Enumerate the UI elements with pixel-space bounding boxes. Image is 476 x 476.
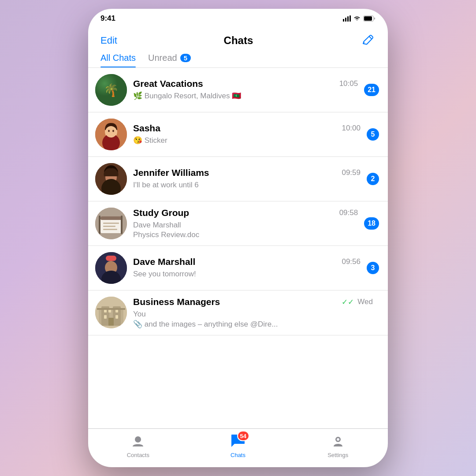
chat-header-dave: Dave Marshall 09:56 [133, 257, 361, 267]
chat-content-great-vacations: Great Vacations 10:05 🌿 Bungalo Resort, … [133, 78, 358, 101]
study-group-portrait [95, 208, 127, 239]
chat-badge-jennifer: 2 [367, 173, 379, 185]
signal-icon [343, 15, 351, 22]
avatar-sasha [95, 119, 127, 150]
avatar-study-group [95, 208, 127, 239]
tab-unread-label: Unread [148, 53, 177, 63]
svg-point-10 [108, 130, 110, 132]
avatar-business [95, 297, 127, 328]
svg-rect-37 [97, 308, 125, 310]
chat-content-study-group: Study Group 09:58 Dave Marshall Physics … [133, 208, 358, 239]
svg-rect-3 [350, 15, 351, 22]
unread-badge-jennifer: 2 [367, 173, 379, 185]
chat-badge-study-group: 18 [364, 217, 379, 230]
settings-icon-svg [331, 434, 345, 448]
chat-badge-dave: 3 [367, 262, 379, 274]
svg-rect-35 [115, 315, 118, 319]
unread-badge-great-vacations: 21 [364, 84, 379, 96]
chat-item-dave[interactable]: Dave Marshall 09:56 See you tomorrow! 3 [88, 246, 388, 290]
nav-bar: Edit Chats All Chats Unread 5 [88, 28, 388, 68]
edit-button[interactable]: Edit [100, 35, 117, 46]
chats-icon: 54 [229, 432, 247, 450]
tab-all-chats[interactable]: All Chats [100, 53, 136, 67]
compose-icon [362, 35, 373, 46]
chat-content-dave: Dave Marshall 09:56 See you tomorrow! [133, 257, 361, 279]
chat-time-area-business: ✓✓ Wed [342, 298, 373, 307]
contacts-icon [129, 432, 147, 450]
svg-rect-22 [121, 216, 123, 234]
chat-name-study-group: Study Group [133, 208, 189, 218]
tab-unread[interactable]: Unread 5 [148, 53, 191, 67]
avatar-study-inner [95, 208, 127, 239]
bottom-nav: Contacts 54 Chats Settings [88, 428, 388, 467]
wifi-icon [353, 16, 361, 21]
chat-preview-sasha: 😘 Sticker [133, 135, 361, 146]
avatar-jennifer [95, 163, 127, 195]
jennifer-portrait [95, 163, 127, 195]
chat-header-jennifer: Jennifer Williams 09:59 [133, 167, 361, 178]
chat-preview1-business: You [133, 309, 373, 320]
chat-content-sasha: Sasha 10:00 😘 Sticker [133, 123, 361, 146]
chat-header-business: Business Managers ✓✓ Wed [133, 297, 373, 307]
chat-header-great-vacations: Great Vacations 10:05 [133, 78, 358, 89]
chat-preview-jennifer: I'll be at work until 6 [133, 180, 361, 190]
svg-rect-2 [347, 16, 349, 22]
contacts-label: Contacts [127, 452, 149, 458]
double-check-icon: ✓✓ [342, 298, 354, 307]
svg-rect-36 [108, 318, 114, 326]
chat-badge-great-vacations: 21 [364, 84, 379, 96]
chat-badge-sasha: 5 [367, 128, 379, 141]
chat-name-jennifer: Jennifer Williams [133, 167, 209, 178]
chat-content-business: Business Managers ✓✓ Wed You 📎 and the i… [133, 297, 373, 329]
avatar-sasha-inner [95, 119, 127, 150]
chat-item-study-group[interactable]: Study Group 09:58 Dave Marshall Physics … [88, 201, 388, 246]
chat-time-jennifer: 09:59 [342, 168, 361, 177]
svg-rect-19 [103, 226, 115, 227]
nav-top: Edit Chats [100, 33, 376, 48]
settings-icon [329, 432, 347, 450]
nav-item-settings[interactable]: Settings [288, 432, 388, 458]
sasha-portrait [95, 119, 127, 150]
chat-header-sasha: Sasha 10:00 [133, 123, 361, 134]
avatar-dave [95, 252, 127, 284]
nav-item-chats[interactable]: 54 Chats [188, 432, 288, 458]
chat-item-great-vacations[interactable]: 🌴 Great Vacations 10:05 🌿 Bungalo Resort… [88, 68, 388, 112]
settings-label: Settings [327, 452, 348, 458]
chat-preview-great-vacations: 🌿 Bungalo Resort, Maldives 🇲🇻 [133, 91, 358, 101]
status-time: 9:41 [100, 14, 115, 23]
svg-point-9 [105, 126, 117, 138]
compose-button[interactable] [360, 33, 376, 48]
battery-icon [363, 15, 376, 22]
avatar-jennifer-inner [95, 163, 127, 195]
chats-nav-badge: 54 [237, 431, 249, 441]
chat-time-dave: 09:56 [342, 257, 361, 266]
dave-portrait [95, 252, 127, 284]
chat-name-dave: Dave Marshall [133, 257, 195, 267]
chat-preview2-study-group: Physics Review.doc [133, 231, 358, 239]
svg-rect-34 [104, 315, 107, 319]
chat-preview1-study-group: Dave Marshall [133, 220, 358, 231]
svg-rect-1 [345, 18, 346, 22]
svg-rect-17 [100, 216, 122, 220]
nav-item-contacts[interactable]: Contacts [88, 432, 188, 458]
chat-item-sasha[interactable]: Sasha 10:00 😘 Sticker 5 [88, 112, 388, 157]
tabs: All Chats Unread 5 [100, 53, 376, 67]
chat-name-sasha: Sasha [133, 123, 160, 134]
unread-count-badge: 5 [180, 54, 191, 62]
svg-rect-18 [103, 223, 119, 224]
avatar-dave-inner [95, 252, 127, 284]
chat-preview-dave: See you tomorrow! [133, 269, 361, 279]
chat-preview2-business: 📎 and the images – anything else @Dire..… [133, 320, 373, 329]
business-portrait [95, 297, 127, 328]
avatar-great-vacations: 🌴 [95, 74, 127, 106]
chat-item-business[interactable]: Business Managers ✓✓ Wed You 📎 and the i… [88, 290, 388, 335]
chat-name-great-vacations: Great Vacations [133, 78, 203, 89]
unread-badge-sasha: 5 [367, 128, 379, 141]
tab-all-chats-label: All Chats [100, 53, 136, 63]
chat-list[interactable]: 🌴 Great Vacations 10:05 🌿 Bungalo Resort… [88, 68, 388, 428]
chat-item-jennifer[interactable]: Jennifer Williams 09:59 I'll be at work … [88, 157, 388, 201]
chat-header-study-group: Study Group 09:58 [133, 208, 358, 218]
unread-badge-study-group: 18 [364, 217, 379, 230]
unread-badge-dave: 3 [367, 262, 379, 274]
avatar-business-inner [95, 297, 127, 328]
